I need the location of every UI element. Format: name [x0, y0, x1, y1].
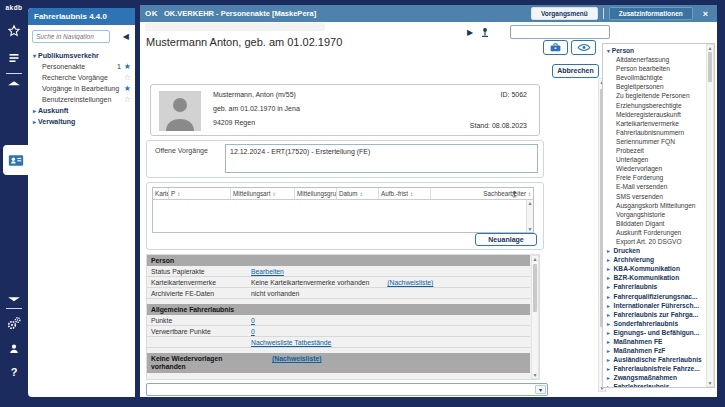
rp-group[interactable]: ▸ KBA-Kommunikation — [603, 264, 705, 273]
nav-group-verwaltung[interactable]: ▸Verwaltung — [28, 116, 135, 127]
zusatzinformationen-button[interactable]: Zusatzinformationen — [609, 7, 693, 20]
rp-item[interactable]: Bilddaten Digant — [603, 219, 705, 228]
scroll-up-icon[interactable]: ▲ — [532, 256, 538, 262]
pin-icon[interactable] — [480, 25, 490, 43]
detail-link[interactable]: Nachweisliste Tatbestände — [251, 337, 331, 347]
table-column-header[interactable]: P ↕ — [169, 188, 231, 199]
scrollbar-thumb[interactable] — [533, 264, 537, 312]
nav-group-auskunft[interactable]: ▸Auskunft — [28, 105, 135, 116]
scroll-down-icon[interactable]: ▼ — [527, 226, 533, 232]
chevron-up-icon[interactable] — [0, 79, 28, 87]
favorite-star-icon[interactable] — [124, 94, 131, 105]
collapse-panel-icon[interactable]: ◀ — [123, 32, 129, 41]
rp-group[interactable]: ▸ Fahrerlaubnisfreie Fahrze... — [603, 364, 705, 373]
rp-item[interactable]: Begleitpersonen — [603, 82, 705, 91]
rp-group[interactable]: ▸ Eignungs- und Befähigun... — [603, 328, 705, 337]
rp-item[interactable]: Auskunft Forderungen — [603, 228, 705, 237]
rp-group-person[interactable]: ▾Person — [603, 46, 705, 55]
rp-item[interactable]: Probezeit — [603, 146, 705, 155]
neuanlage-button[interactable]: Neuanlage — [475, 233, 537, 246]
favorites-icon[interactable] — [0, 24, 28, 38]
nav-group-publikumsverkehr[interactable]: ▾Publikumsverkehr — [28, 50, 135, 61]
rp-group[interactable]: ▸ BZR-Kommunikation — [603, 273, 705, 282]
rp-item[interactable]: Karteikartenvermerke — [603, 119, 705, 128]
rp-item[interactable]: E-Mail versenden — [603, 182, 705, 191]
rp-group[interactable]: ▸ Sonderfahrerlaubnis — [603, 319, 705, 328]
rp-group[interactable]: ▸ Fahrerlaubnis zur Fahrga... — [603, 310, 705, 319]
favorite-star-icon[interactable] — [124, 72, 131, 83]
rp-group[interactable]: ▸ Drucken — [603, 246, 705, 255]
cancel-button[interactable]: Abbrechen — [552, 64, 599, 78]
settings-gears-icon[interactable] — [0, 315, 28, 331]
rp-group[interactable]: ▸ Zwangsmaßnahmen — [603, 373, 705, 382]
rp-item[interactable]: Altdatenerfassung — [603, 55, 705, 64]
rp-item[interactable]: Export Art. 20 DSGVO — [603, 237, 705, 246]
user-icon[interactable] — [0, 342, 28, 356]
rp-group[interactable]: ▸ Fahrerqualifizierungsnac... — [603, 292, 705, 301]
rp-item[interactable]: Erziehungsberechtigte — [603, 101, 705, 110]
rp-item[interactable]: SMS versenden — [603, 192, 705, 201]
nav-search-input[interactable] — [32, 30, 110, 43]
help-icon[interactable]: ? — [0, 366, 28, 378]
chevron-down-icon[interactable] — [0, 295, 28, 303]
rp-item[interactable]: Bevollmächtigte — [603, 73, 705, 82]
scrollbar-thumb[interactable] — [708, 52, 712, 82]
nav-item[interactable]: Benutzereinstellungen — [28, 94, 135, 105]
details-scrollbar[interactable]: ▲ ▼ — [531, 255, 539, 379]
favorite-star-icon[interactable] — [124, 61, 131, 72]
close-icon[interactable]: × — [703, 9, 708, 19]
menu-list-icon[interactable] — [0, 52, 28, 64]
sort-icon[interactable]: ↕ — [272, 191, 275, 197]
briefcase-button[interactable] — [543, 40, 568, 55]
rp-item[interactable]: Wiedervorlagen — [603, 164, 705, 173]
rp-group[interactable]: ▸ Internationaler Führersch... — [603, 301, 705, 310]
rp-scrollbar[interactable]: ▲ ▼ — [706, 44, 714, 387]
open-case-entry[interactable]: 12.12.2024 - ERT(17520) - Ersterteilung … — [230, 147, 533, 156]
bottom-combobox[interactable]: ▾ — [146, 383, 548, 396]
active-tab-personenakte[interactable] — [3, 145, 28, 175]
expand-icon[interactable]: ▶ — [467, 28, 473, 37]
table-column-header[interactable]: Datum ↕ — [337, 188, 379, 199]
rp-item[interactable]: Fahrerlaubnisnummern — [603, 128, 705, 137]
sort-icon[interactable]: ↕ — [410, 191, 413, 197]
rp-item[interactable]: Seriennummer FQN — [603, 137, 705, 146]
scroll-up-icon[interactable]: ▲ — [707, 45, 713, 51]
rp-group[interactable]: ▸ Fahrerlaubnis — [603, 282, 705, 291]
rp-group[interactable]: ▸ Fahrlehrerlaubnis — [603, 382, 705, 388]
rp-item[interactable]: Unterlagen — [603, 155, 705, 164]
rp-item[interactable]: Melderegisterauskunft — [603, 110, 705, 119]
sort-icon[interactable]: ↕ — [177, 191, 180, 197]
rp-item[interactable]: Freie Forderung — [603, 173, 705, 182]
rp-group[interactable]: ▸ Maßnahmen FE — [603, 337, 705, 346]
table-column-header[interactable]: Mitteilungsgrund ↕ — [295, 188, 337, 199]
detail-link[interactable]: 0 — [251, 326, 255, 336]
favorite-star-icon[interactable] — [124, 83, 131, 94]
rp-item[interactable]: Zu begleitende Personen — [603, 91, 705, 100]
rp-item[interactable]: Person bearbeiten — [603, 64, 705, 73]
pin-column-icon[interactable] — [509, 188, 525, 200]
table-column-header[interactable]: Mitteilungsart ↕ — [231, 188, 295, 199]
table-column-header[interactable]: Karteikartenvermerk ↕ — [153, 188, 169, 199]
view-button[interactable] — [571, 40, 596, 55]
dropdown-icon[interactable]: ▾ — [535, 385, 546, 394]
nav-item[interactable]: Vorgänge in Bearbeitung — [28, 83, 135, 94]
nav-item[interactable]: Personenakte 1 — [28, 61, 135, 72]
rp-group[interactable]: ▸ Ausländische Fahrerlaubnis — [603, 355, 705, 364]
detail-link[interactable]: 0 — [251, 315, 255, 325]
rp-item[interactable]: Vorgangshistorie — [603, 210, 705, 219]
open-cases-listbox[interactable]: 12.12.2024 - ERT(17520) - Ersterteilung … — [225, 144, 538, 173]
rp-item[interactable]: Ausgangskorb Mitteilungen — [603, 201, 705, 210]
rp-group[interactable]: ▸ Archivierung — [603, 255, 705, 264]
scroll-up-icon[interactable]: ▲ — [527, 200, 533, 206]
scroll-down-icon[interactable]: ▼ — [532, 372, 538, 378]
zusatz-search-input[interactable] — [510, 25, 610, 39]
detail-link[interactable]: Bearbeiten — [251, 266, 284, 276]
vorgangsmenu-button[interactable]: Vorgangsmenü — [531, 7, 598, 20]
nachweisliste-link[interactable]: (Nachweisliste) — [272, 355, 321, 371]
rp-group[interactable]: ▸ Maßnahmen FzF — [603, 346, 705, 355]
sort-icon[interactable]: ↕ — [528, 191, 531, 197]
scroll-down-icon[interactable]: ▼ — [707, 380, 713, 386]
table-column-header[interactable]: Aufb.-frist ↕ — [379, 188, 431, 199]
nav-item[interactable]: Recherche Vorgänge — [28, 72, 135, 83]
sort-icon[interactable]: ↕ — [360, 191, 363, 197]
